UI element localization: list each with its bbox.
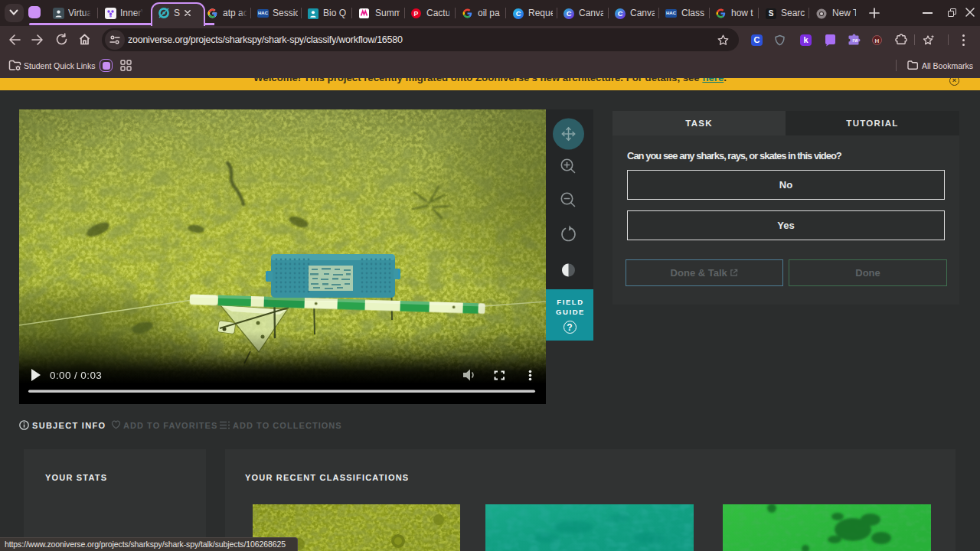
svg-text:C: C bbox=[618, 10, 623, 18]
svg-text:FW: FW bbox=[853, 39, 859, 43]
svg-text:C: C bbox=[567, 10, 572, 18]
svg-text:P: P bbox=[414, 10, 419, 18]
svg-text:C: C bbox=[516, 10, 521, 18]
svg-text:0:00 / 0:03: 0:00 / 0:03 bbox=[50, 370, 102, 381]
